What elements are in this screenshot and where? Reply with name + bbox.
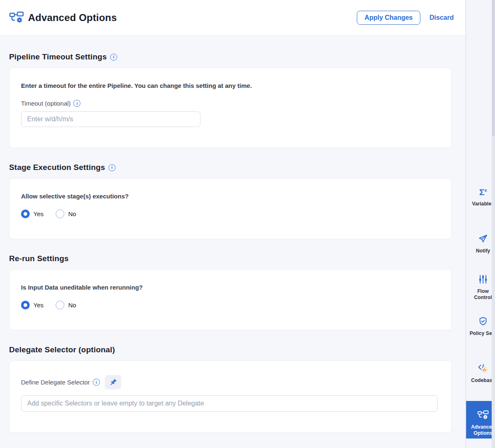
page-title: Advanced Options <box>28 12 117 24</box>
timeout-description: Enter a timeout for the entire Pipeline.… <box>21 82 440 89</box>
page-scrollbar[interactable] <box>492 0 495 448</box>
rerun-radio-yes[interactable]: Yes <box>21 301 43 309</box>
radio-unchecked-icon[interactable] <box>56 301 64 309</box>
rerun-radio-no[interactable]: No <box>56 301 76 309</box>
sidebar-item-policy-sets[interactable]: Policy Sets <box>466 316 495 337</box>
rerun-heading: Re-run Settings <box>9 254 68 263</box>
timeout-section-heading: Pipeline Timeout Settings <box>9 52 107 61</box>
timeout-card: Enter a timeout for the entire Pipeline.… <box>9 68 452 148</box>
radio-yes-label: Yes <box>33 302 43 309</box>
panel-header: Advanced Options Apply Changes Discard <box>0 0 465 36</box>
rerun-heading-row: Re-run Settings <box>9 254 452 263</box>
rerun-question: Is Input Data uneditable when rerunning? <box>21 284 440 291</box>
sidebar-item-label: Policy Sets <box>469 330 495 337</box>
stage-execution-info-icon[interactable]: i <box>108 164 116 171</box>
radio-no-label: No <box>68 302 76 309</box>
sidebar-item-label: Codebase <box>469 377 495 384</box>
stage-execution-question: Allow selective stage(s) executions? <box>21 193 440 200</box>
discard-button[interactable]: Discard <box>429 14 454 21</box>
delegate-heading: Delegate Selector (optional) <box>9 345 115 354</box>
flowchart-gear-icon <box>477 410 489 420</box>
delegate-label-row: Define Delegate Selector i <box>21 375 440 389</box>
scrollbar-thumb[interactable] <box>492 0 495 136</box>
sidebar-item-label: Notify <box>469 248 495 254</box>
sidebar-item-flow-control[interactable]: Flow Control <box>466 274 495 301</box>
apply-changes-button[interactable]: Apply Changes <box>357 11 420 25</box>
stage-execution-heading-row: Stage Execution Settings i <box>9 163 452 172</box>
pipeline-right-sidebar: Σx Variables Notify Flo <box>466 0 495 448</box>
stage-execution-radio-no[interactable]: No <box>56 210 76 218</box>
pushpin-icon <box>108 378 118 387</box>
sidebar-item-label: Flow Control <box>469 288 495 301</box>
timeout-field-label-row: Timeout (optional) i <box>21 100 440 107</box>
delegate-field-label: Define Delegate Selector <box>21 379 90 386</box>
sigma-x-icon: Σx <box>479 186 487 197</box>
stage-execution-card: Allow selective stage(s) executions? Yes… <box>9 178 452 239</box>
code-warning-icon <box>477 363 489 374</box>
delegate-field-info-icon[interactable]: i <box>93 379 100 386</box>
sidebar-item-advanced-options[interactable]: Advanced Options <box>466 401 495 439</box>
gear-glyph <box>17 17 22 23</box>
timeout-input[interactable] <box>21 111 200 127</box>
delegate-heading-row: Delegate Selector (optional) <box>9 345 452 354</box>
advanced-options-icon <box>9 11 24 24</box>
timeout-section-heading-row: Pipeline Timeout Settings i <box>9 52 452 61</box>
sidebar-item-notify[interactable]: Notify <box>466 233 495 254</box>
main-panel: Advanced Options Apply Changes Discard P… <box>0 0 466 448</box>
header-actions: Apply Changes Discard <box>357 11 454 25</box>
sliders-icon <box>478 274 488 285</box>
pin-button[interactable] <box>105 375 121 389</box>
sidebar-item-label: Variables <box>469 201 495 207</box>
sidebar-item-variables[interactable]: Σx Variables <box>466 186 495 207</box>
timeout-section-info-icon[interactable]: i <box>110 54 117 61</box>
paper-plane-icon <box>478 233 488 244</box>
timeout-field-label: Timeout (optional) <box>21 100 71 107</box>
settings-content: Pipeline Timeout Settings i Enter a time… <box>0 36 465 433</box>
radio-no-label: No <box>68 210 76 217</box>
sidebar-item-codebase[interactable]: Codebase <box>466 363 495 384</box>
shield-check-icon <box>478 316 488 327</box>
stage-execution-heading: Stage Execution Settings <box>9 163 105 172</box>
rerun-card: Is Input Data uneditable when rerunning?… <box>9 269 452 330</box>
radio-checked-icon[interactable] <box>21 210 30 218</box>
radio-yes-label: Yes <box>33 210 43 217</box>
radio-checked-icon[interactable] <box>21 301 30 309</box>
delegate-selector-input[interactable] <box>21 395 438 412</box>
stage-execution-radio-group: Yes No <box>21 210 440 218</box>
radio-unchecked-icon[interactable] <box>56 210 64 218</box>
rerun-radio-group: Yes No <box>21 301 440 309</box>
sidebar-item-label: Advanced Options <box>469 424 495 436</box>
timeout-field-info-icon[interactable]: i <box>73 100 80 107</box>
stage-execution-radio-yes[interactable]: Yes <box>21 210 43 218</box>
delegate-card: Define Delegate Selector i <box>9 361 452 433</box>
